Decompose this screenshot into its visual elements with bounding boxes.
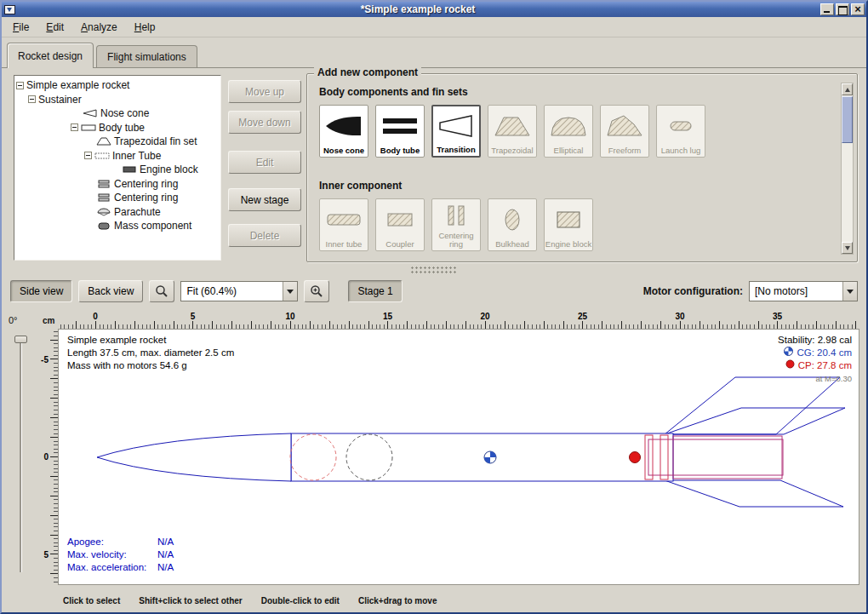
centering-ring-icon [96, 180, 111, 188]
collapse-icon[interactable] [16, 82, 24, 89]
flight-value: N/A [157, 536, 174, 548]
rotation-angle-label: 0° [9, 315, 18, 325]
centering-ring-button[interactable]: Centering ring [431, 198, 481, 251]
nose-cone-button[interactable]: Nose cone [319, 105, 368, 158]
mach-condition: at M=0.30 [778, 372, 852, 385]
zoom-combobox[interactable]: Fit (60.4%) [180, 281, 298, 301]
tree-row-mass-component[interactable]: Mass component [14, 219, 220, 233]
trapezoidal-fin-icon [493, 106, 532, 146]
magnifier-icon [155, 284, 168, 298]
hint-drag: Click+drag to move [358, 596, 437, 605]
tab-rocket-design[interactable]: Rocket design [7, 43, 94, 68]
parachute-icon [96, 208, 111, 216]
back-view-button[interactable]: Back view [78, 280, 143, 302]
vertical-ruler: -5 0 5 [36, 329, 58, 585]
rocket-canvas[interactable]: Simple example rocket Length 37.5 cm, ma… [58, 329, 859, 585]
rotation-slider[interactable] [20, 336, 22, 572]
scroll-down-icon[interactable] [842, 242, 853, 254]
close-button[interactable] [851, 3, 865, 15]
centering-ring-icon [96, 193, 111, 202]
rotation-slider-thumb[interactable] [14, 336, 27, 343]
body-component-buttons: Nose cone Body tube Transition Trapezoid… [319, 105, 705, 158]
menu-file[interactable]: File [5, 19, 37, 36]
inner-component-label: Inner component [319, 180, 402, 192]
zoom-out-button[interactable] [149, 280, 174, 302]
tree-row-fin-set[interactable]: Trapezoidal fin set [14, 135, 220, 149]
body-components-label: Body components and fin sets [319, 86, 468, 98]
tab-flight-simulations[interactable]: Flight simulations [96, 45, 197, 67]
elliptical-fin-icon [549, 106, 588, 146]
chevron-down-icon[interactable] [283, 282, 297, 301]
tree-row-centering-ring-2[interactable]: Centering ring [14, 191, 220, 205]
flight-data: Apogee: N/A Max. velocity: N/A Max. acce… [67, 536, 174, 574]
coupler-button[interactable]: Coupler [375, 198, 425, 251]
splitter-grip-icon [410, 266, 458, 273]
maximize-button[interactable] [836, 3, 849, 15]
collapse-icon[interactable] [71, 123, 78, 131]
application-window: *Simple example rocket File Edit Analyze… [0, 0, 868, 614]
zoom-in-button[interactable] [304, 280, 329, 302]
stability-value: Stability: 2.98 cal [778, 334, 852, 347]
tree-row-parachute[interactable]: Parachute [14, 205, 220, 220]
tree-label: Trapezoidal fin set [114, 135, 197, 147]
tree-row-rocket[interactable]: Simple example rocket [14, 78, 220, 93]
move-down-button[interactable]: Move down [228, 111, 301, 134]
tree-row-body-tube[interactable]: Body tube [14, 121, 220, 135]
tree-label: Sustainer [38, 94, 82, 106]
motor-configuration-combobox[interactable]: [No motors] [749, 281, 858, 301]
body-tube-button[interactable]: Body tube [375, 105, 425, 158]
scrollbar-thumb[interactable] [842, 96, 853, 143]
tree-row-centering-ring-1[interactable]: Centering ring [14, 177, 220, 192]
rocket-mass: Mass with no motors 54.6 g [67, 359, 234, 372]
freeform-fin-button[interactable]: Freeform [600, 105, 649, 158]
component-scrollbar[interactable] [841, 83, 854, 255]
app-icon[interactable] [4, 5, 15, 14]
elliptical-fin-button[interactable]: Elliptical [544, 105, 593, 158]
component-tree[interactable]: Simple example rocket Sustainer Nose con… [14, 75, 221, 261]
launch-lug-icon [661, 106, 700, 146]
upper-fin-projection [665, 408, 845, 434]
tree-label: Engine block [140, 164, 198, 175]
window-title: *Simple example rocket [15, 2, 820, 17]
new-stage-button[interactable]: New stage [228, 188, 301, 211]
tree-row-engine-block[interactable]: Engine block [14, 163, 220, 177]
cg-marker [484, 451, 496, 463]
menu-help[interactable]: Help [127, 19, 163, 36]
trapezoidal-fin-button[interactable]: Trapezoidal [488, 105, 537, 158]
chevron-down-icon[interactable] [842, 282, 857, 301]
launch-lug-button[interactable]: Launch lug [656, 105, 705, 158]
menu-analyze[interactable]: Analyze [73, 19, 125, 36]
lower-fin [665, 480, 843, 507]
edit-button[interactable]: Edit [228, 151, 301, 174]
minimize-button[interactable] [820, 3, 834, 15]
menu-edit[interactable]: Edit [38, 19, 71, 36]
engine-block-button[interactable]: Engine block [544, 198, 593, 251]
tree-row-nose-cone[interactable]: Nose cone [14, 106, 220, 121]
zoom-value: Fit (60.4%) [181, 285, 283, 297]
bulkhead-button[interactable]: Bulkhead [488, 198, 537, 251]
motor-configuration-label: Motor configuration: [643, 285, 743, 297]
move-up-button[interactable]: Move up [228, 80, 301, 103]
rocket-dimensions: Length 37.5 cm, max. diameter 2.5 cm [67, 347, 234, 359]
stability-info: Stability: 2.98 cal CG: 20.4 cm CP: 27.8… [778, 334, 852, 385]
titlebar[interactable]: *Simple example rocket [2, 2, 866, 17]
freeform-fin-icon [605, 106, 644, 146]
transition-button[interactable]: Transition [431, 105, 481, 158]
magnifier-plus-icon [310, 284, 323, 298]
hint-double-click: Double-click to edit [261, 596, 340, 605]
tree-row-inner-tube[interactable]: Inner Tube [14, 149, 220, 164]
side-view-button[interactable]: Side view [10, 280, 72, 302]
scroll-up-icon[interactable] [842, 83, 853, 95]
main-tabs: Rocket design Flight simulations [2, 37, 866, 68]
fin-set-icon [96, 137, 111, 146]
tree-row-sustainer[interactable]: Sustainer [14, 93, 220, 107]
flight-label: Apogee: [67, 536, 157, 548]
collapse-icon[interactable] [28, 95, 36, 103]
flight-label: Max. velocity: [67, 548, 157, 561]
inner-tube-button[interactable]: Inner tube [319, 198, 368, 251]
stage-1-toggle[interactable]: Stage 1 [348, 280, 402, 302]
engine-block-icon [122, 165, 137, 174]
split-pane-divider[interactable] [2, 263, 866, 275]
delete-button[interactable]: Delete [228, 224, 301, 247]
collapse-icon[interactable] [84, 152, 92, 159]
